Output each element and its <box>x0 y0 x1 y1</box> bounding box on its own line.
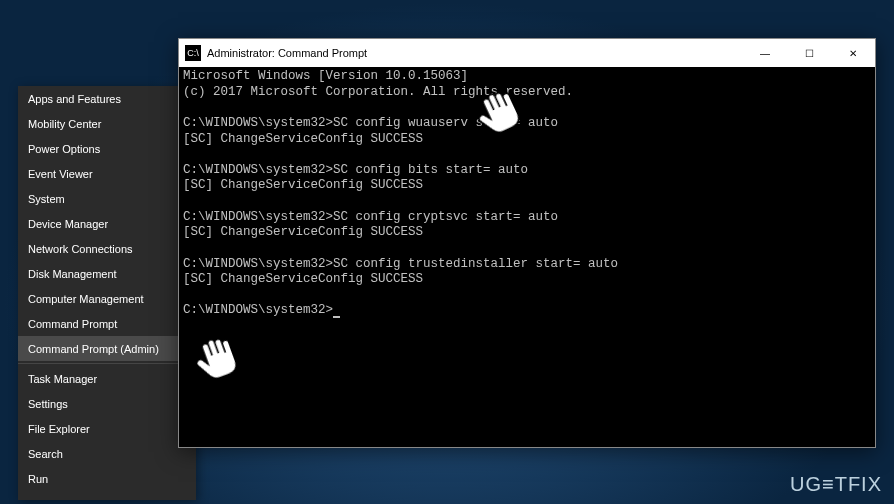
cmd-icon: C:\ <box>185 45 201 61</box>
menu-item-network-connections[interactable]: Network Connections <box>18 236 196 261</box>
menu-item-file-explorer[interactable]: File Explorer <box>18 416 196 441</box>
menu-item-task-manager[interactable]: Task Manager <box>18 366 196 391</box>
menu-item-command-prompt[interactable]: Command Prompt <box>18 311 196 336</box>
menu-item-event-viewer[interactable]: Event Viewer <box>18 161 196 186</box>
close-button[interactable]: ✕ <box>831 39 875 67</box>
menu-separator <box>18 363 196 364</box>
terminal-body[interactable]: Microsoft Windows [Version 10.0.15063] (… <box>179 67 875 447</box>
command-prompt-window: C:\ Administrator: Command Prompt — ☐ ✕ … <box>178 38 876 448</box>
minimize-button[interactable]: — <box>743 39 787 67</box>
window-titlebar[interactable]: C:\ Administrator: Command Prompt — ☐ ✕ <box>179 39 875 67</box>
menu-item-command-prompt-admin-[interactable]: Command Prompt (Admin) <box>18 336 196 361</box>
menu-item-settings[interactable]: Settings <box>18 391 196 416</box>
menu-item-run[interactable]: Run <box>18 466 196 491</box>
menu-item-search[interactable]: Search <box>18 441 196 466</box>
terminal-cursor <box>333 316 340 318</box>
watermark: UG≡TFIX <box>790 473 882 496</box>
winx-context-menu: Apps and FeaturesMobility CenterPower Op… <box>18 86 196 500</box>
window-title: Administrator: Command Prompt <box>207 47 743 59</box>
menu-item-apps-and-features[interactable]: Apps and Features <box>18 86 196 111</box>
menu-item-computer-management[interactable]: Computer Management <box>18 286 196 311</box>
menu-item-mobility-center[interactable]: Mobility Center <box>18 111 196 136</box>
window-controls: — ☐ ✕ <box>743 39 875 67</box>
menu-item-power-options[interactable]: Power Options <box>18 136 196 161</box>
menu-item-system[interactable]: System <box>18 186 196 211</box>
menu-item-device-manager[interactable]: Device Manager <box>18 211 196 236</box>
menu-item-disk-management[interactable]: Disk Management <box>18 261 196 286</box>
maximize-button[interactable]: ☐ <box>787 39 831 67</box>
